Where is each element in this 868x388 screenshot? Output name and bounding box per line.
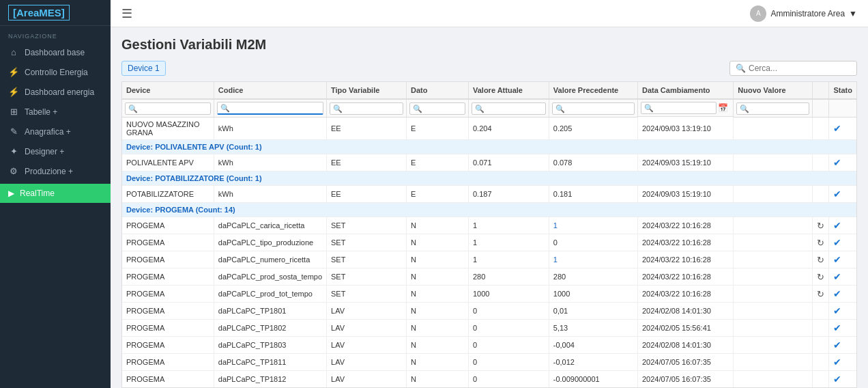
- cell-dato: N: [406, 337, 468, 354]
- hamburger-icon[interactable]: ☰: [121, 6, 132, 21]
- refresh-icon[interactable]: ↻: [817, 221, 824, 231]
- content-area: Gestioni Variabili M2M Device 1 🔍 Device…: [111, 27, 868, 388]
- cell-data: 2024/09/03 15:19:10: [637, 186, 733, 203]
- cell-codice: kWh: [214, 117, 326, 140]
- cell-nuovo: [734, 251, 813, 268]
- refresh-icon[interactable]: ↻: [817, 272, 824, 282]
- sidebar-item-dashboard-energia[interactable]: ⚡ Dashboard energia: [0, 82, 111, 102]
- refresh-icon[interactable]: ↻: [817, 255, 824, 265]
- status-check-icon: ✔: [833, 237, 841, 248]
- status-check-icon: ✔: [833, 288, 841, 299]
- cell-valore-att: 0: [468, 337, 549, 354]
- calendar-icon[interactable]: 📅: [718, 103, 728, 113]
- cell-valore-prec: 0.181: [549, 186, 637, 203]
- col-tipo: Tipo Variabile: [327, 82, 407, 99]
- cell-stato: ✔: [829, 371, 856, 388]
- cell-codice: daPLCaPC_TP1811: [214, 354, 326, 371]
- cell-device: PROGEMA: [122, 268, 214, 286]
- cell-device: PROGEMA: [122, 371, 214, 388]
- search-input[interactable]: [749, 64, 851, 73]
- cell-nuovo: [734, 234, 813, 251]
- sidebar-realtime-label: RealTime: [20, 189, 55, 198]
- chevron-down-icon: ▼: [849, 9, 857, 18]
- prec-link[interactable]: 1: [553, 221, 558, 230]
- col-valore-prec: Valore Precedente: [549, 82, 637, 99]
- cell-stato: ✔: [829, 268, 856, 286]
- logo-text: [AreaMES]: [8, 5, 70, 20]
- topbar: ☰ A Amministratore Area ▼: [111, 0, 868, 27]
- cell-valore-att: 0: [468, 371, 549, 388]
- prec-link[interactable]: 1: [553, 255, 558, 264]
- cell-codice: daPCaPLC_tipo_produzione: [214, 234, 326, 251]
- refresh-icon[interactable]: ↻: [817, 238, 824, 248]
- filter-valore-att: [468, 99, 549, 117]
- cell-valore-prec: 1000: [549, 286, 637, 303]
- cell-tipo: SET: [327, 268, 407, 286]
- col-valore-att: Valore Attuale: [468, 82, 549, 99]
- device-filter-tag[interactable]: Device 1: [121, 61, 166, 76]
- cell-stato: ✔: [829, 117, 856, 140]
- cell-tipo: LAV: [327, 371, 407, 388]
- sidebar-item-realtime[interactable]: ▶ RealTime: [0, 184, 111, 203]
- cell-valore-prec: 1: [549, 217, 637, 234]
- refresh-icon[interactable]: ↻: [817, 289, 824, 299]
- cell-codice: daPLCaPC_TP1801: [214, 303, 326, 320]
- main-area: ☰ A Amministratore Area ▼ Gestioni Varia…: [111, 0, 868, 388]
- cell-dato: N: [406, 234, 468, 251]
- filter-bar: Device 1 🔍: [121, 61, 857, 76]
- sidebar-item-designer[interactable]: ✦ Designer +: [0, 141, 111, 161]
- cell-stato: ✔: [829, 186, 856, 203]
- table-row: PROGEMA daPLCaPC_TP1803 LAV N 0 -0,004 2…: [122, 337, 856, 354]
- filter-dato-input[interactable]: [409, 102, 465, 115]
- filter-tipo: [327, 99, 407, 117]
- search-icon: 🔍: [736, 64, 746, 73]
- sidebar-item-anagrafica[interactable]: ✎ Anagrafica +: [0, 122, 111, 141]
- sidebar-item-label: Dashboard energia: [25, 87, 94, 97]
- filter-device-input[interactable]: [125, 102, 211, 115]
- cell-action: ↻: [813, 251, 829, 268]
- cell-action: ↻: [813, 217, 829, 234]
- cell-stato: ✔: [829, 320, 856, 337]
- cell-dato: N: [406, 286, 468, 303]
- filter-codice-input[interactable]: [217, 102, 323, 115]
- filter-valore-att-input[interactable]: [472, 102, 546, 115]
- group-row: Device: PROGEMA (Count: 14): [122, 203, 856, 217]
- cell-codice: daPCaPLC_numero_ricetta: [214, 251, 326, 268]
- cell-codice: daPCaPLC_prod_tot_tempo: [214, 286, 326, 303]
- sidebar-item-produzione[interactable]: ⚙ Produzione +: [0, 161, 111, 181]
- filter-valore-prec-input[interactable]: [552, 102, 635, 115]
- filter-data-input[interactable]: [641, 102, 717, 114]
- cell-tipo: EE: [327, 154, 407, 171]
- cell-valore-prec: -0.009000001: [549, 371, 637, 388]
- filter-empty: [813, 99, 829, 117]
- cell-nuovo: [734, 186, 813, 203]
- col-dato: Dato: [406, 82, 468, 99]
- sidebar-item-label: Anagrafica +: [25, 127, 71, 137]
- user-menu[interactable]: A Amministratore Area ▼: [750, 5, 857, 22]
- cell-device: PROGEMA: [122, 320, 214, 337]
- cell-nuovo: [734, 117, 813, 140]
- filter-tipo-input[interactable]: [330, 102, 403, 115]
- cell-action: [813, 354, 829, 371]
- sidebar: [AreaMES] NAVIGAZIONE ⌂ Dashboard base ⚡…: [0, 0, 111, 388]
- col-nuovo: Nuovo Valore: [734, 82, 813, 99]
- status-check-icon: ✔: [833, 374, 841, 385]
- cell-valore-prec: -0,004: [549, 337, 637, 354]
- user-label: Amministratore Area: [770, 9, 845, 18]
- nav-label: NAVIGAZIONE: [0, 26, 111, 42]
- cell-valore-att: 0.071: [468, 154, 549, 171]
- sidebar-item-dashboard-base[interactable]: ⌂ Dashboard base: [0, 42, 111, 62]
- cell-stato: ✔: [829, 303, 856, 320]
- sidebar-item-controllo-energia[interactable]: ⚡ Controllo Energia: [0, 62, 111, 82]
- cell-device: PROGEMA: [122, 286, 214, 303]
- sidebar-item-tabelle[interactable]: ⊞ Tabelle +: [0, 102, 111, 122]
- filter-dato: [406, 99, 468, 117]
- col-device: Device: [122, 82, 214, 99]
- cell-nuovo: [734, 268, 813, 286]
- cell-valore-prec: 5,13: [549, 320, 637, 337]
- filter-nuovo-input[interactable]: [736, 102, 810, 115]
- cell-dato: N: [406, 268, 468, 286]
- cell-data: 2024/02/08 14:01:30: [637, 303, 733, 320]
- filter-data: 📅: [638, 100, 734, 117]
- cell-valore-prec: 280: [549, 268, 637, 286]
